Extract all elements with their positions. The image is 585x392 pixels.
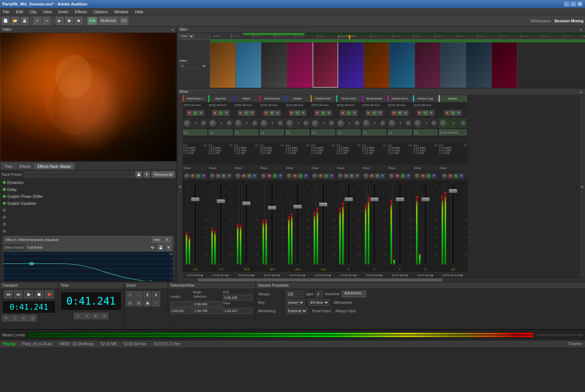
tab-effects-rack[interactable]: Effects Rack: Master bbox=[34, 163, 75, 170]
ch-fader-thumb-7[interactable] bbox=[370, 197, 378, 201]
ch-header-6[interactable]: Drum Solo bbox=[336, 95, 361, 102]
toolbar-stop[interactable]: ⏹ bbox=[65, 17, 73, 25]
tab-effects[interactable]: Effects bbox=[16, 163, 34, 170]
eq-help-btn[interactable]: Help bbox=[152, 237, 162, 243]
time-sub-3[interactable]: ⊕ bbox=[91, 313, 99, 319]
view-length-value[interactable]: 1:54.247 bbox=[223, 308, 252, 314]
transport-rewind[interactable]: ⏮ bbox=[4, 290, 13, 298]
ch-vol-knob-7[interactable] bbox=[380, 121, 385, 126]
transport-extra-4[interactable]: M bbox=[29, 315, 37, 321]
ch-record-btn-3[interactable]: R bbox=[278, 174, 283, 178]
ch-record-btn-9[interactable]: R bbox=[432, 174, 436, 178]
key-select[interactable]: (none) bbox=[286, 299, 305, 306]
ch-mute-btn-3[interactable]: M bbox=[267, 174, 272, 178]
ch-btn-r-3[interactable]: R bbox=[275, 110, 280, 116]
ch-record-btn-0[interactable]: R bbox=[201, 174, 206, 178]
ch-fader-thumb-3[interactable] bbox=[268, 206, 276, 210]
ch-btn-s-6[interactable]: S bbox=[346, 110, 351, 116]
effect-graphic-equalizer[interactable]: Graphic Equalizer bbox=[1, 200, 175, 207]
ch-pan-knob-4[interactable] bbox=[286, 120, 293, 127]
ch-fader-thumb-0[interactable] bbox=[191, 197, 199, 201]
ch-fader-thumb-8[interactable] bbox=[396, 197, 404, 201]
ch-vol-knob-2[interactable] bbox=[252, 121, 257, 126]
mixer-right-arrow[interactable]: ▶ bbox=[580, 95, 585, 278]
toolbar-new[interactable]: 📄 bbox=[1, 17, 10, 25]
ch-header-2[interactable]: Snare bbox=[234, 95, 259, 102]
toolbar-play[interactable]: ▶ bbox=[56, 17, 64, 25]
ch-bottom-label-1[interactable]: Drum Bus▶ bbox=[208, 272, 233, 278]
ch-solo-btn-10[interactable]: S bbox=[454, 174, 458, 178]
ch-pan-knob-5[interactable] bbox=[312, 120, 318, 127]
ch-pan-knob-1[interactable] bbox=[210, 120, 216, 127]
menu-options[interactable]: Options bbox=[92, 9, 109, 15]
ch-send-slot-0[interactable]: S1 bbox=[183, 129, 207, 135]
ch-btn-s-3[interactable]: S bbox=[269, 110, 275, 116]
transport-punch[interactable]: P bbox=[20, 315, 28, 321]
ch-fader-thumb-10[interactable] bbox=[449, 189, 457, 193]
ch-solo-btn-2[interactable]: S bbox=[247, 174, 252, 178]
timeline-progress-bar[interactable] bbox=[243, 33, 585, 35]
ch-automation-1[interactable]: Read bbox=[208, 165, 233, 171]
ch-automation-4[interactable]: Read bbox=[285, 165, 310, 171]
ch-pan-knob-3[interactable] bbox=[261, 120, 267, 127]
ch-vol-knob-6[interactable] bbox=[355, 121, 360, 126]
ch-send-knob-5[interactable] bbox=[312, 173, 317, 178]
ch-btn-m-5[interactable]: M bbox=[315, 110, 320, 116]
ch-btn-m-0[interactable]: M bbox=[187, 110, 192, 116]
ch-record-btn-2[interactable]: R bbox=[253, 174, 257, 178]
ch-vol-knob-3[interactable] bbox=[278, 121, 283, 126]
video-panel-collapse[interactable]: ▲ bbox=[171, 27, 174, 31]
ch-send-slot-6[interactable]: S1 bbox=[337, 129, 361, 135]
ch-automation-2[interactable]: Read bbox=[234, 165, 259, 171]
ch-automation-0[interactable]: Read bbox=[182, 165, 208, 171]
advanced-btn[interactable]: Advanced... bbox=[342, 291, 366, 297]
eq-graph[interactable]: 12 6 0 -6 -12 -24 -36 bbox=[3, 252, 173, 281]
ch-automation-9[interactable]: Read bbox=[413, 165, 438, 171]
ch-fader-thumb-5[interactable] bbox=[319, 203, 327, 206]
ch-vol-knob-9[interactable] bbox=[431, 121, 437, 126]
ch-send-slot-8[interactable]: S1 bbox=[388, 129, 412, 135]
close-button[interactable]: ✕ bbox=[577, 1, 583, 7]
ch-bottom-label-10[interactable]: [015] SB Audi▶ bbox=[438, 272, 467, 278]
transport-loop[interactable]: ↻ bbox=[2, 315, 10, 321]
ch-send-knob-3[interactable] bbox=[261, 173, 266, 178]
ch-pan-knob-6[interactable] bbox=[337, 120, 344, 127]
ch-header-7[interactable]: Break Drum bbox=[362, 95, 387, 102]
ch-solo-btn-7[interactable]: S bbox=[375, 174, 380, 178]
ch-header-10[interactable]: Master bbox=[438, 95, 467, 102]
ch-mute-btn-8[interactable]: M bbox=[395, 174, 400, 178]
transport-skip[interactable]: ⤵ bbox=[11, 315, 19, 321]
ch-send-knob-2[interactable] bbox=[235, 173, 241, 178]
ch-btn-s-0[interactable]: S bbox=[193, 110, 198, 116]
effect-delay[interactable]: Delay bbox=[1, 186, 175, 193]
ch-bottom-label-3[interactable]: Drum Bus▶ bbox=[259, 272, 284, 278]
ch-automation-10[interactable]: Read bbox=[438, 165, 467, 171]
ch-vol-knob-0[interactable] bbox=[201, 121, 206, 126]
ch-mute-btn-5[interactable]: M bbox=[318, 174, 323, 178]
ch-solo-btn-4[interactable]: S bbox=[298, 174, 303, 178]
zoom-in-h[interactable]: + bbox=[126, 291, 134, 298]
ch-send-knob-1[interactable] bbox=[210, 173, 215, 178]
ch-send-slot-2[interactable]: S1 bbox=[234, 129, 258, 135]
ch-automation-6[interactable]: Read bbox=[336, 165, 361, 171]
sel-length-value[interactable]: 0:00.000 bbox=[193, 301, 222, 307]
ch-bottom-label-7[interactable]: Drum Bus▶ bbox=[362, 272, 387, 278]
menu-help[interactable]: Help bbox=[133, 9, 145, 15]
ch-btn-r-6[interactable]: R bbox=[352, 110, 357, 116]
ch-btn-m-8[interactable]: M bbox=[392, 110, 397, 116]
ch-btn-s-9[interactable]: S bbox=[423, 110, 428, 116]
ch-send-slot-3[interactable]: S1 bbox=[260, 129, 284, 135]
ch-send-knob-8[interactable] bbox=[389, 173, 394, 178]
toolbar-edit-btn[interactable]: Edit bbox=[87, 17, 97, 25]
ch-bottom-label-9[interactable]: Drum Bus▶ bbox=[413, 272, 438, 278]
mixer-scroll[interactable] bbox=[177, 278, 585, 282]
ch-btn-m-3[interactable]: M bbox=[264, 110, 269, 116]
minimize-button[interactable]: _ bbox=[564, 1, 570, 7]
ch-btn-m-9[interactable]: M bbox=[417, 110, 422, 116]
ch-bottom-label-6[interactable]: Drum Bus▶ bbox=[336, 272, 361, 278]
ch-btn-m-10[interactable]: M bbox=[445, 110, 450, 116]
rack-preset-input[interactable] bbox=[24, 172, 134, 177]
mixer-scroll-thumb[interactable] bbox=[198, 278, 442, 282]
ch-header-5[interactable]: Rhythm Ele bbox=[310, 95, 336, 102]
ch-btn-m-6[interactable]: M bbox=[340, 110, 346, 116]
